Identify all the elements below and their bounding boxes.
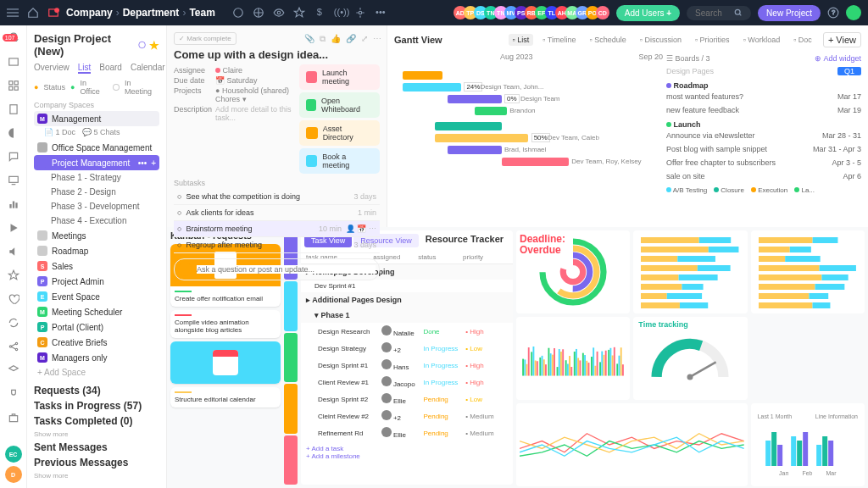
grid-icon[interactable]: [8, 80, 19, 92]
gantt-bar[interactable]: [435, 122, 502, 130]
tree-item[interactable]: PProject Admin: [34, 274, 159, 289]
management-item[interactable]: M Management: [34, 111, 159, 126]
globe-icon[interactable]: [253, 7, 264, 19]
subtask-row[interactable]: ○See what the competition is doing3 days: [174, 189, 380, 205]
add-task-link[interactable]: + Add a task: [306, 445, 508, 452]
ktab-3[interactable]: [284, 333, 298, 382]
link-icon[interactable]: [232, 7, 244, 19]
gantt-bar[interactable]: [448, 95, 501, 103]
view-doc[interactable]: ▫ Doc: [789, 34, 816, 46]
user-avatar[interactable]: [846, 5, 861, 20]
add-space-button[interactable]: + Add Space: [34, 365, 159, 380]
like-icon[interactable]: 👍: [331, 34, 341, 44]
widget-row[interactable]: Announce via eNewsletterMar 28 - 31: [666, 129, 861, 142]
tree-item[interactable]: Office Space Management: [34, 140, 159, 155]
gantt-bar[interactable]: [502, 158, 569, 166]
new-project-button[interactable]: New Project: [758, 5, 821, 21]
phase-item[interactable]: Phase 1 - Strategy: [34, 170, 159, 185]
workspace-avatar[interactable]: EC: [5, 446, 22, 463]
attach-icon[interactable]: 📎: [304, 34, 314, 44]
tree-item[interactable]: MMeeting Scheduler: [34, 304, 159, 319]
action-button[interactable]: Asset Directory: [299, 120, 380, 146]
expand-icon[interactable]: ⤢: [361, 34, 368, 44]
show-more[interactable]: Show more: [34, 472, 159, 480]
action-button[interactable]: Book a meeting: [299, 148, 380, 174]
add-widget-button[interactable]: ⊕ Add widget: [815, 54, 861, 63]
action-button[interactable]: Open Whiteboard: [299, 92, 380, 118]
add-milestone-link[interactable]: + Add a milestone: [306, 452, 508, 460]
resource-row[interactable]: Client Review #1 JacopoIn Progress• High: [301, 374, 513, 391]
breadcrumb[interactable]: Company› Department› Team: [66, 7, 215, 19]
dollar-icon[interactable]: $: [314, 7, 326, 19]
widget-row[interactable]: Offer free chapter to subscribersApr 3 -…: [666, 156, 861, 169]
gantt-bar[interactable]: [435, 134, 529, 142]
briefcase-icon[interactable]: [8, 412, 19, 424]
share-icon[interactable]: [8, 341, 19, 352]
resource-row[interactable]: Design Sprint #1 HansIn Progress• High: [301, 357, 513, 374]
inbox-icon[interactable]: [47, 7, 59, 19]
subtask-row[interactable]: ○Ask clients for ideas1 min: [174, 205, 380, 221]
star-icon[interactable]: [293, 7, 305, 19]
resource-row[interactable]: Design Sprint #2 ElliePending• Low: [301, 391, 513, 408]
summary-item[interactable]: Tasks in Progress (57): [34, 400, 159, 412]
phase-item[interactable]: Phase 4 - Execution: [34, 214, 159, 228]
add-users-button[interactable]: Add Users +: [616, 5, 680, 21]
add-view-button[interactable]: + View: [823, 32, 861, 47]
action-button[interactable]: Launch meeting: [299, 64, 380, 90]
view-workload[interactable]: ▫ Workload: [739, 34, 785, 46]
inbox-rail-icon[interactable]: [8, 56, 19, 68]
subtask-row[interactable]: ○Regroup after meeting3 days: [174, 237, 380, 253]
search-bar[interactable]: [687, 6, 751, 20]
tree-item[interactable]: PPortal (Client): [34, 319, 159, 335]
summary-item[interactable]: Sent Messages: [34, 441, 159, 453]
tab-calendar[interactable]: Calendar: [131, 63, 165, 74]
link-task-icon[interactable]: 🔗: [346, 34, 356, 44]
chat-icon[interactable]: [8, 151, 19, 163]
avatar-stack[interactable]: ADTPDSTNTNMVPSRBEFTLAHMAGRPOCD: [457, 6, 609, 19]
layers-icon[interactable]: [8, 364, 19, 376]
ktab-5[interactable]: [284, 435, 298, 485]
view-discussion[interactable]: ▫ Discussion: [636, 34, 686, 46]
summary-item[interactable]: Requests (34): [34, 385, 159, 396]
tree-item[interactable]: MManagers only: [34, 350, 159, 365]
chart-icon[interactable]: [8, 198, 19, 210]
summary-item[interactable]: Tasks Completed (0): [34, 415, 159, 427]
resource-row[interactable]: Design Strategy +2In Progress• Low: [301, 340, 513, 357]
widget-row[interactable]: most wanted features?Mar 17: [666, 90, 861, 103]
comment-box[interactable]: [174, 258, 380, 280]
pie-icon[interactable]: [8, 127, 19, 139]
gantt-bar[interactable]: [448, 146, 501, 154]
mark-complete-button[interactable]: ✓ Mark complete: [174, 32, 236, 45]
search-input[interactable]: [695, 8, 729, 18]
resource-row[interactable]: Design Research NatalieDone• High: [301, 323, 513, 340]
summary-item[interactable]: Previous Messages: [34, 457, 159, 469]
notif-icon[interactable]: 107: [8, 32, 19, 44]
ktab-2[interactable]: [284, 281, 298, 330]
play-icon[interactable]: [8, 222, 19, 234]
tree-item[interactable]: CCreative Briefs: [34, 335, 159, 350]
gantt-bar[interactable]: [403, 83, 462, 92]
star-rail-icon[interactable]: [8, 269, 19, 281]
gantt-bar[interactable]: [475, 107, 507, 115]
gear-icon[interactable]: [354, 7, 366, 19]
tab-board[interactable]: Board: [99, 63, 122, 74]
resource-row[interactable]: Dev Sprint #1: [301, 280, 513, 292]
resource-group[interactable]: ▸ Additional Pages Design: [301, 292, 513, 308]
gantt-chart[interactable]: Aug 2023Sep 20 24%Design Team, John...0%…: [394, 53, 663, 220]
show-more[interactable]: Show more: [34, 430, 159, 438]
gantt-bar[interactable]: [403, 71, 443, 80]
tree-item[interactable]: Project Management•••+: [34, 155, 159, 170]
tree-item[interactable]: Meetings: [34, 228, 159, 243]
home-icon[interactable]: [27, 7, 39, 19]
monitor-icon[interactable]: [8, 175, 19, 186]
info-icon[interactable]: [138, 41, 146, 49]
favorite-star[interactable]: ★: [149, 39, 159, 52]
tab-overview[interactable]: Overview: [34, 63, 70, 74]
resource-row[interactable]: Refinement Rd ElliePending• Medium: [301, 424, 513, 441]
help-icon[interactable]: ?: [827, 7, 839, 19]
view-schedule[interactable]: ▫ Schedule: [585, 34, 630, 46]
view-timeline[interactable]: ▫ Timeline: [538, 34, 580, 46]
widget-row[interactable]: new feature feedbackMar 19: [666, 103, 861, 117]
copy-icon[interactable]: ⧉: [320, 34, 326, 44]
doc-icon[interactable]: [8, 103, 19, 115]
